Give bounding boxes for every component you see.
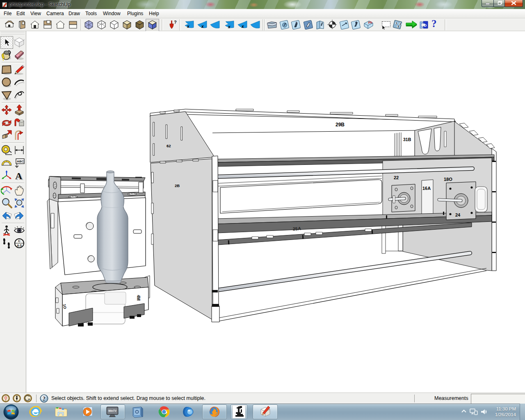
svg-text:24: 24 xyxy=(455,212,461,217)
svg-text:1: 1 xyxy=(396,22,397,25)
svg-text:16A: 16A xyxy=(422,186,431,191)
svg-text:WinTV: WinTV xyxy=(108,409,117,412)
svg-text:1O: 1O xyxy=(62,304,67,309)
svg-text:ABC: ABC xyxy=(17,160,24,163)
svg-text:x: x xyxy=(187,24,189,29)
svg-text:x: x xyxy=(201,24,204,29)
svg-text:62: 62 xyxy=(167,144,171,148)
svg-text:2B: 2B xyxy=(175,183,180,188)
svg-text:A-5: A-5 xyxy=(17,244,21,247)
svg-text:x: x xyxy=(241,24,244,29)
svg-text:25A: 25A xyxy=(292,226,301,231)
svg-text:Pb: Pb xyxy=(368,21,372,25)
svg-text:?: ? xyxy=(174,20,177,25)
svg-text:31B: 31B xyxy=(403,137,411,142)
svg-text:D: D xyxy=(424,23,427,27)
svg-text:?: ? xyxy=(43,396,46,402)
svg-text:4M: 4M xyxy=(136,295,141,301)
svg-text:x: x xyxy=(228,25,231,29)
svg-text:18O: 18O xyxy=(444,177,452,182)
svg-text:C: C xyxy=(18,239,21,243)
svg-text:3: 3 xyxy=(397,25,399,28)
svg-text:22: 22 xyxy=(394,175,399,180)
svg-text:29B: 29B xyxy=(336,122,345,128)
svg-text:2: 2 xyxy=(399,23,401,25)
svg-text:A: A xyxy=(15,171,23,181)
